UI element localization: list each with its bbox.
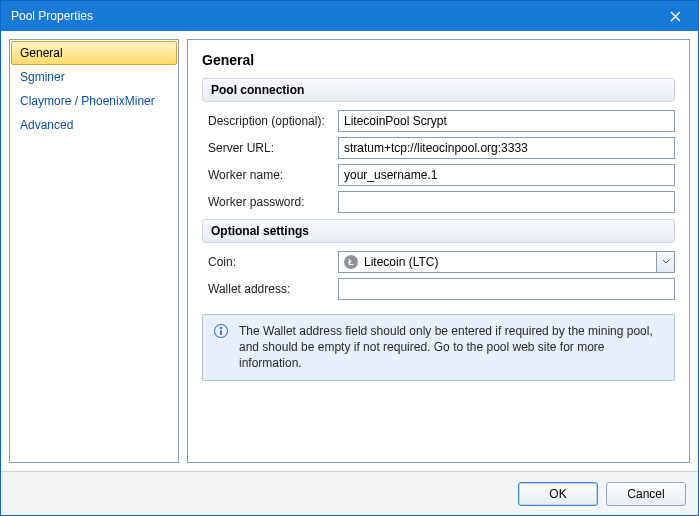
server-url-input[interactable] bbox=[338, 137, 675, 159]
sidebar-item-general[interactable]: General bbox=[11, 41, 177, 65]
ok-button[interactable]: OK bbox=[518, 482, 598, 506]
coin-select[interactable]: Ł Litecoin (LTC) bbox=[338, 251, 675, 273]
sidebar-item-claymore[interactable]: Claymore / PhoenixMiner bbox=[11, 89, 177, 113]
label-description: Description (optional): bbox=[208, 114, 338, 128]
row-description: Description (optional): bbox=[202, 110, 675, 132]
sidebar-item-label: Sgminer bbox=[20, 70, 65, 84]
row-worker-name: Worker name: bbox=[202, 164, 675, 186]
row-server-url: Server URL: bbox=[202, 137, 675, 159]
info-icon bbox=[213, 323, 229, 339]
sidebar-item-advanced[interactable]: Advanced bbox=[11, 113, 177, 137]
description-input[interactable] bbox=[338, 110, 675, 132]
dialog-window: Pool Properties General Sgminer Claymore… bbox=[0, 0, 699, 516]
sidebar: General Sgminer Claymore / PhoenixMiner … bbox=[9, 39, 179, 463]
dialog-body: General Sgminer Claymore / PhoenixMiner … bbox=[1, 31, 698, 471]
coin-select-value: Litecoin (LTC) bbox=[364, 255, 438, 269]
wallet-address-input[interactable] bbox=[338, 278, 675, 300]
cancel-button[interactable]: Cancel bbox=[606, 482, 686, 506]
coin-select-body: Ł Litecoin (LTC) bbox=[339, 252, 656, 272]
label-worker-password: Worker password: bbox=[208, 195, 338, 209]
close-button[interactable] bbox=[652, 1, 698, 31]
worker-password-input[interactable] bbox=[338, 191, 675, 213]
group-header-connection: Pool connection bbox=[202, 78, 675, 102]
sidebar-item-sgminer[interactable]: Sgminer bbox=[11, 65, 177, 89]
row-worker-password: Worker password: bbox=[202, 191, 675, 213]
label-coin: Coin: bbox=[208, 255, 338, 269]
group-header-optional: Optional settings bbox=[202, 219, 675, 243]
label-server-url: Server URL: bbox=[208, 141, 338, 155]
litecoin-icon: Ł bbox=[344, 255, 358, 269]
svg-point-2 bbox=[220, 327, 222, 329]
sidebar-item-label: General bbox=[20, 46, 63, 60]
label-wallet: Wallet address: bbox=[208, 282, 338, 296]
dialog-footer: OK Cancel bbox=[1, 471, 698, 515]
main-panel: General Pool connection Description (opt… bbox=[187, 39, 690, 463]
row-coin: Coin: Ł Litecoin (LTC) bbox=[202, 251, 675, 273]
worker-name-input[interactable] bbox=[338, 164, 675, 186]
label-worker-name: Worker name: bbox=[208, 168, 338, 182]
titlebar: Pool Properties bbox=[1, 1, 698, 31]
info-text: The Wallet address field should only be … bbox=[239, 323, 664, 372]
window-title: Pool Properties bbox=[11, 9, 652, 23]
close-icon bbox=[670, 11, 681, 22]
row-wallet: Wallet address: bbox=[202, 278, 675, 300]
svg-rect-3 bbox=[220, 330, 222, 335]
sidebar-item-label: Claymore / PhoenixMiner bbox=[20, 94, 155, 108]
page-title: General bbox=[202, 52, 675, 68]
chevron-down-icon bbox=[662, 259, 670, 265]
coin-select-dropdown-button[interactable] bbox=[656, 252, 674, 272]
info-box: The Wallet address field should only be … bbox=[202, 314, 675, 381]
sidebar-item-label: Advanced bbox=[20, 118, 73, 132]
